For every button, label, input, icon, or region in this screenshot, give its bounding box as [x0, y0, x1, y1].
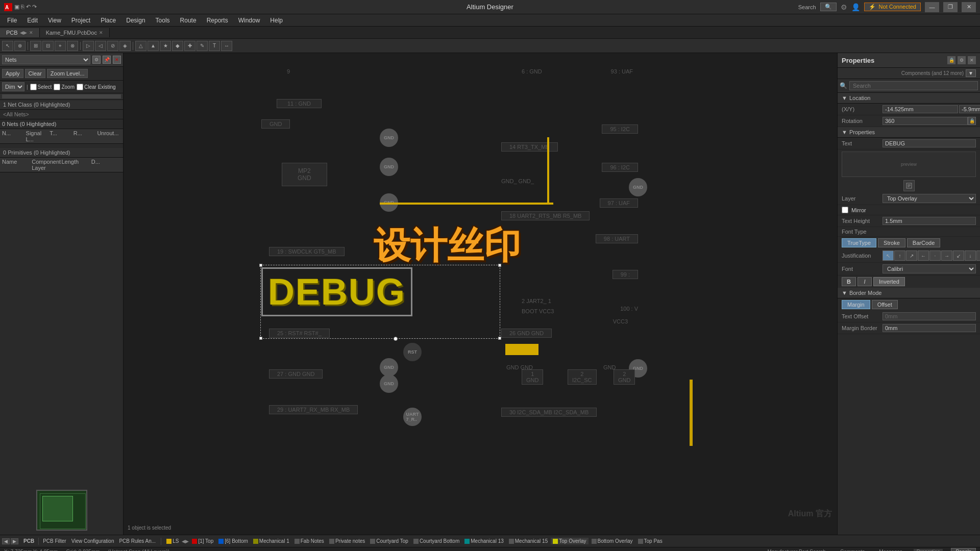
location-section-header[interactable]: ▼ Location	[838, 93, 980, 104]
menu-tools[interactable]: Tools	[151, 16, 175, 25]
just-bc[interactable]: ↓	[965, 251, 976, 261]
layer-1-top[interactable]: [1] Top	[190, 538, 215, 544]
zoom-checkbox[interactable]	[54, 84, 60, 90]
font-select[interactable]: Calibri	[883, 264, 976, 273]
tb-measure[interactable]: ↔	[221, 41, 232, 51]
layer-pcbrules[interactable]: PCB Rules An...	[117, 538, 158, 544]
gear-icon[interactable]: ⚙	[841, 3, 847, 11]
menu-edit[interactable]: Edit	[22, 16, 43, 25]
manuf-search-tab[interactable]: Manufacturer Part Search	[764, 549, 829, 551]
filter-btn[interactable]: ▼	[966, 69, 976, 77]
layer-pcbfilter[interactable]: PCB Filter	[41, 538, 68, 544]
tb-run[interactable]: ▷	[83, 41, 94, 51]
clear-existing-checkbox[interactable]	[77, 84, 83, 90]
layer-courtyardtop[interactable]: Courtyard Top	[368, 538, 410, 544]
debug-text[interactable]: DEBUG	[261, 267, 412, 316]
tb-diff[interactable]: ◈	[119, 41, 131, 51]
dim-select[interactable]: Dim	[2, 82, 24, 91]
zoom-level-btn[interactable]: Zoom Level...	[47, 69, 88, 78]
tb-select[interactable]: ↖	[2, 41, 13, 51]
pcb-canvas[interactable]: 9 6 : GND 93 : UAF 11 : GND GND GND GND …	[124, 53, 837, 535]
barcode-btn[interactable]: BarCode	[907, 238, 940, 247]
tab-doc-close[interactable]: ✕	[99, 30, 103, 35]
panel-pin-btn[interactable]: 📌	[103, 56, 111, 64]
just-tl[interactable]: ↖	[883, 251, 894, 261]
text-input[interactable]	[883, 139, 976, 147]
properties-search-input[interactable]	[849, 81, 978, 90]
tab-pcb-nav[interactable]: ◀▶	[20, 30, 27, 35]
just-mr[interactable]: →	[941, 251, 952, 261]
margin-btn[interactable]: Margin	[842, 300, 870, 309]
layer-privnotes[interactable]: Private notes	[327, 538, 367, 544]
layer-arrow-right[interactable]: ▶	[185, 539, 189, 544]
layer-select[interactable]: Top Overlay	[883, 194, 976, 203]
tb-zoom-in[interactable]: ⊕	[14, 41, 26, 51]
layer-top-pas[interactable]: Top Pas	[636, 538, 665, 544]
layer-6-bottom[interactable]: [6] Bottom	[216, 538, 250, 544]
layer-bot-overlay[interactable]: Bottom Overlay	[590, 538, 635, 544]
layer-mech13[interactable]: Mechanical 13	[462, 538, 505, 544]
layer-fabnotes[interactable]: Fab Notes	[292, 538, 326, 544]
tb-star[interactable]: ★	[160, 41, 171, 51]
menu-view[interactable]: View	[43, 16, 66, 25]
pcb-minimap[interactable]	[36, 490, 87, 531]
tb-route[interactable]: ⊘	[107, 41, 118, 51]
tb-3d[interactable]: △	[135, 41, 146, 51]
x-value-input[interactable]	[883, 105, 958, 113]
lock-rot-btn[interactable]: 🔒	[968, 117, 976, 125]
y-value-input[interactable]	[959, 105, 980, 113]
messages-tab[interactable]: Messages	[876, 549, 905, 551]
close-button[interactable]: ✕	[962, 2, 976, 12]
just-mc[interactable]: ·	[929, 251, 941, 261]
layer-viewconfig[interactable]: View Configuration	[69, 538, 116, 544]
tab-pcb[interactable]: PCB ◀▶ ✕	[0, 28, 40, 37]
offset-btn[interactable]: Offset	[872, 300, 898, 309]
nets-dropdown[interactable]: Nets	[2, 55, 90, 64]
select-checkbox[interactable]	[30, 84, 37, 90]
panel-lock-btn[interactable]: 🔒	[947, 56, 955, 64]
just-tc[interactable]: ↑	[894, 251, 905, 261]
restore-button[interactable]: ❐	[943, 2, 958, 12]
bold-btn[interactable]: B	[842, 277, 856, 286]
tb-diamond[interactable]: ◆	[172, 41, 183, 51]
layer-mech1[interactable]: Mechanical 1	[251, 538, 291, 544]
border-mode-header[interactable]: ▼ Border Mode	[838, 288, 980, 298]
just-br[interactable]: ↘	[976, 251, 980, 261]
comments-tab[interactable]: Comments	[837, 549, 868, 551]
menu-file[interactable]: File	[2, 16, 22, 25]
menu-place[interactable]: Place	[95, 16, 121, 25]
truetype-btn[interactable]: TrueType	[842, 238, 876, 247]
menu-project[interactable]: Project	[66, 16, 95, 25]
properties-section-header[interactable]: ▼ Properties	[838, 127, 980, 138]
text-offset-input[interactable]	[883, 312, 976, 320]
tb-drc[interactable]: ▲	[148, 41, 159, 51]
menu-reports[interactable]: Reports	[202, 16, 233, 25]
layer-next-btn[interactable]: ▶	[11, 538, 18, 544]
panel-close-btn2[interactable]: ✕	[968, 56, 976, 64]
just-ml[interactable]: ←	[918, 251, 929, 261]
tb-pen[interactable]: ✎	[197, 41, 208, 51]
minimize-button[interactable]: —	[925, 2, 939, 12]
tb-text[interactable]: T	[209, 41, 220, 51]
tb-junction[interactable]: ⌖	[55, 41, 66, 51]
rotation-input[interactable]	[883, 117, 968, 125]
layer-top-overlay[interactable]: Top Overlay	[551, 538, 588, 544]
tb-wire[interactable]: ⊞	[30, 41, 41, 51]
panel-settings-btn[interactable]: ⚙	[958, 56, 966, 64]
margin-border-input[interactable]	[883, 324, 976, 332]
properties-tab[interactable]: Properties	[914, 549, 943, 551]
tab-doc[interactable]: Kame_FMU.PcbDoc ✕	[40, 28, 110, 37]
tb-bus[interactable]: ⊟	[42, 41, 54, 51]
layer-prev-btn[interactable]: ◀	[2, 538, 10, 544]
layer-arrow-left[interactable]: ◀	[182, 539, 185, 544]
layer-ls[interactable]: LS	[164, 538, 181, 544]
mirror-checkbox[interactable]	[842, 207, 848, 213]
layer-courtyard-bot[interactable]: Courtyard Bottom	[411, 538, 461, 544]
stroke-btn[interactable]: Stroke	[878, 238, 905, 247]
not-connected-badge[interactable]: ⚡ Not Connected	[864, 3, 921, 11]
just-tr[interactable]: ↗	[906, 251, 917, 261]
tb-back[interactable]: ◁	[95, 41, 106, 51]
panels-btn[interactable]: Panels	[951, 548, 976, 551]
tb-power[interactable]: ⊗	[67, 41, 78, 51]
inverted-btn[interactable]: Inverted	[873, 277, 905, 286]
